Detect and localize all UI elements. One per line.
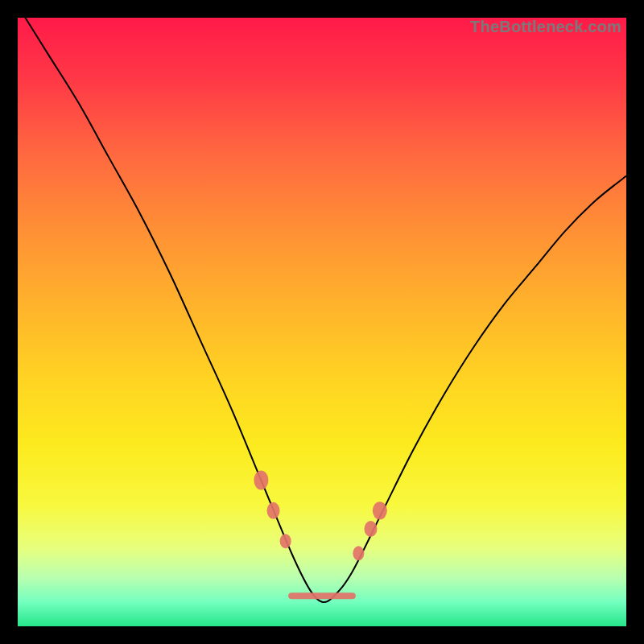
bottleneck-curve-svg — [18, 18, 626, 626]
curve-marker-dot — [254, 471, 268, 490]
curve-marker-dot — [280, 534, 291, 548]
bottleneck-curve-path — [18, 18, 626, 602]
curve-marker-dot — [364, 521, 377, 537]
chart-plot-area: TheBottleneck.com — [18, 18, 626, 626]
curve-marker-dot — [373, 502, 387, 519]
curve-marker-dot — [353, 546, 364, 560]
curve-markers — [254, 471, 386, 597]
curve-marker-dot — [267, 502, 280, 519]
